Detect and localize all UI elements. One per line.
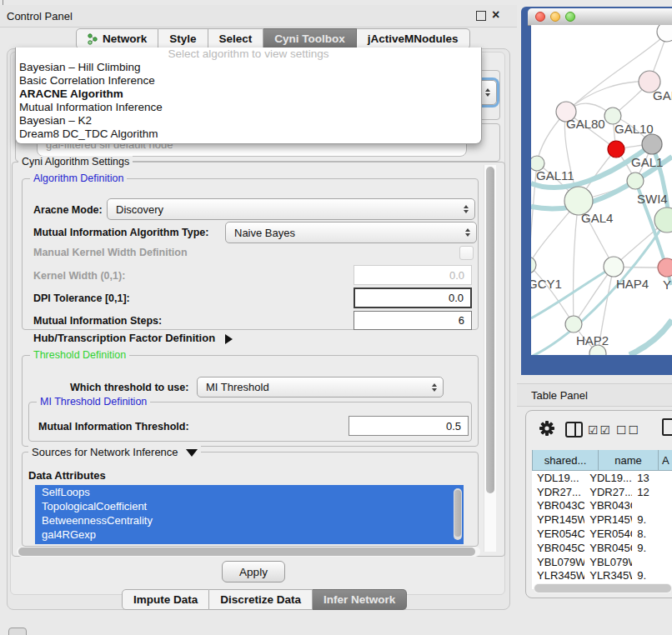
sources-group-title[interactable]: Sources for Network Inference <box>28 446 201 458</box>
data-attributes-label: Data Attributes <box>28 469 106 482</box>
algorithm-dropdown-list: Select algorithm to view settings Bayesi… <box>15 48 482 144</box>
settings-hscroll-thumb[interactable] <box>18 548 475 556</box>
table-column-header[interactable]: A <box>659 450 672 471</box>
aracne-mode-combobox[interactable]: Discovery <box>107 198 475 220</box>
table-row[interactable]: YBL079W YBL079W <box>532 555 672 569</box>
tab[interactable]: Select <box>208 28 264 49</box>
network-node[interactable] <box>565 316 582 332</box>
table-row[interactable]: YDL19... YDL19... 13 <box>532 471 672 485</box>
network-edge[interactable] <box>566 82 649 112</box>
minimized-panel-icon[interactable] <box>8 628 27 635</box>
network-graph[interactable]: GALGAL80GAL10GAL1SWI4GAL11GAL4HAP4YGCY1H… <box>531 25 672 355</box>
table-cell-shared-name: YBL079W <box>532 556 584 568</box>
control-panel-title: Control Panel <box>7 10 73 22</box>
tab[interactable]: Impute Data <box>122 589 209 610</box>
mi-steps-value: 6 <box>459 314 464 327</box>
settings-horizontal-scrollbar[interactable] <box>17 547 480 557</box>
settings-vertical-scrollbar[interactable] <box>484 165 496 552</box>
float-panel-icon[interactable] <box>476 11 486 21</box>
tab[interactable]: Style <box>158 28 208 49</box>
table-cell-value: 8. <box>632 528 672 540</box>
dropdown-item[interactable]: Mutual Information Inference <box>16 101 481 114</box>
table-cell-value: 9. <box>632 513 672 526</box>
network-node[interactable] <box>531 257 536 273</box>
table-cell-shared-name: YDR27... <box>532 486 584 498</box>
table-cell-name: YPR145W <box>584 513 632 526</box>
data-attribute-item[interactable]: gal4RGexp <box>35 528 464 542</box>
show-columns-icon[interactable] <box>565 422 583 438</box>
tab[interactable]: Cyni Toolbox <box>263 28 357 49</box>
network-edge[interactable] <box>629 320 672 355</box>
close-window-icon[interactable] <box>535 12 545 22</box>
zoom-window-icon[interactable] <box>565 12 575 22</box>
dropdown-item[interactable]: ARACNE Algorithm <box>16 88 481 101</box>
table-row[interactable]: YBR045C YBR045C 9. <box>532 541 672 555</box>
table-row[interactable]: YDR27... YDR27... 12 <box>532 485 672 499</box>
network-node[interactable] <box>657 25 672 42</box>
which-threshold-combobox[interactable]: MI Threshold <box>197 377 444 398</box>
apply-button[interactable]: Apply <box>222 561 285 582</box>
aracne-mode-label: Aracne Mode: <box>33 204 103 216</box>
data-attribute-item[interactable]: TopologicalCoefficient <box>35 499 464 513</box>
new-table-icon[interactable] <box>662 418 672 436</box>
hub-definition-expander[interactable]: Hub/Transcription Factor Definition <box>33 332 233 344</box>
mi-threshold-value: 0.5 <box>446 420 461 432</box>
network-node-label: GCY1 <box>531 277 562 291</box>
close-panel-icon[interactable]: × <box>492 6 499 24</box>
table-cell-name: YBL079W <box>584 556 632 568</box>
minimize-window-icon[interactable] <box>550 12 560 22</box>
table-row[interactable]: YER054C YER054C 8. <box>532 527 672 541</box>
kernel-width-field[interactable]: 0.0 <box>354 265 472 285</box>
table-column-header[interactable]: name <box>599 450 659 471</box>
data-attribute-item[interactable]: BetweennessCentrality <box>35 513 464 528</box>
aracne-mode-value: Discovery <box>116 203 163 216</box>
network-node[interactable] <box>642 134 662 154</box>
mi-steps-field[interactable]: 6 <box>354 311 472 330</box>
combo-arrows-icon <box>432 378 437 397</box>
tab[interactable]: Infer Network <box>313 589 407 610</box>
settings-vscroll-thumb[interactable] <box>486 167 494 493</box>
network-node[interactable] <box>604 257 624 277</box>
select-all-columns-icon[interactable]: ☑☑ <box>588 423 612 437</box>
network-edge[interactable] <box>574 201 579 324</box>
network-node[interactable] <box>608 141 624 158</box>
network-node-label: HAP4 <box>616 277 649 291</box>
mi-type-label: Mutual Information Algorithm Type: <box>33 227 208 238</box>
table-horizontal-scrollbar[interactable] <box>534 583 672 593</box>
mi-threshold-field[interactable]: 0.5 <box>349 416 469 436</box>
data-attribute-item[interactable]: SelfLoops <box>35 485 464 499</box>
attribute-list-scroll-thumb[interactable] <box>454 490 461 537</box>
tab[interactable]: Network <box>76 28 158 49</box>
tab-label: Infer Network <box>323 593 395 606</box>
tab[interactable]: Discretize Data <box>209 589 313 610</box>
deselect-all-columns-icon[interactable]: ☐☐ <box>616 423 640 437</box>
mi-steps-label: Mutual Information Steps: <box>33 315 162 327</box>
table-settings-gear-icon[interactable] <box>539 420 555 440</box>
table-body: YDL19... YDL19... 13 YDR27... YDR27... 1… <box>532 471 672 589</box>
apply-button-label: Apply <box>239 566 268 578</box>
tab[interactable]: jActiveMNodules <box>357 28 470 49</box>
network-canvas[interactable]: GALGAL80GAL10GAL1SWI4GAL11GAL4HAP4YGCY1H… <box>531 25 672 355</box>
network-node[interactable] <box>658 258 672 277</box>
network-node[interactable] <box>627 172 644 189</box>
dropdown-item[interactable]: Bayesian – Hill Climbing <box>16 61 481 74</box>
mi-type-combobox[interactable]: Naive Bayes <box>225 222 477 243</box>
manual-kernel-checkbox[interactable] <box>459 246 474 260</box>
kernel-width-value: 0.0 <box>449 269 464 282</box>
table-row[interactable]: YPR145W YPR145W 9. <box>532 512 672 527</box>
table-row[interactable]: YLR345W YLR345W 9. <box>532 569 672 583</box>
dropdown-item[interactable]: Basic Correlation Inference <box>16 74 481 88</box>
attribute-list-scrollbar[interactable] <box>454 488 462 540</box>
tab-label: Network <box>103 32 147 45</box>
table-column-header[interactable]: shared... <box>532 450 599 471</box>
table-row[interactable]: YBR043C YBR043C <box>532 499 672 513</box>
dropdown-item[interactable]: Bayesian – K2 <box>16 114 481 128</box>
network-window-titlebar[interactable] <box>528 8 672 26</box>
table-cell-shared-name: YDL19... <box>532 472 584 484</box>
data-attributes-list[interactable]: SelfLoops TopologicalCoefficient Between… <box>35 485 464 544</box>
table-hscroll-thumb[interactable] <box>534 584 671 592</box>
dropdown-item[interactable]: Dream8 DC_TDC Algorithm <box>16 128 481 141</box>
dpi-tolerance-field[interactable]: 0.0 <box>354 288 472 308</box>
network-edge[interactable] <box>531 267 614 318</box>
table-cell-name: YDL19... <box>584 472 632 484</box>
